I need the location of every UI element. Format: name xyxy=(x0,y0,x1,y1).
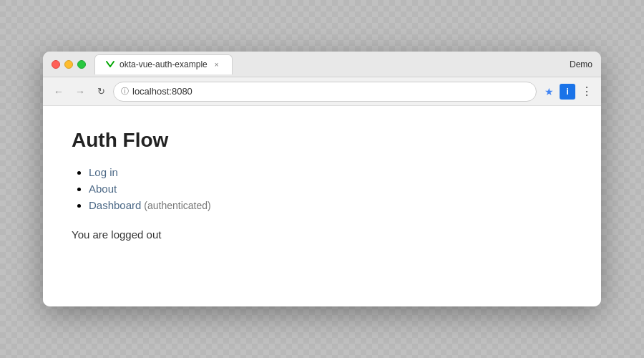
tab-area: okta-vue-auth-example × xyxy=(94,54,592,74)
minimize-button[interactable] xyxy=(64,60,73,69)
about-link[interactable]: About xyxy=(89,183,117,195)
toolbar: ← → ↻ ⓘ localhost:8080 ★ i ⋮ xyxy=(43,77,601,106)
login-link[interactable]: Log in xyxy=(89,166,118,178)
refresh-button[interactable]: ↻ xyxy=(93,84,109,100)
page-title: Auth Flow xyxy=(72,129,572,152)
nav-list: Log in About Dashboard (authenticated) xyxy=(72,166,572,211)
toolbar-actions: ★ i ⋮ xyxy=(541,84,594,100)
page-content: Auth Flow Log in About Dashboard (authen… xyxy=(43,106,601,306)
status-text: You are logged out xyxy=(72,228,572,241)
dashboard-suffix: (authenticated) xyxy=(141,200,210,211)
list-item: Log in xyxy=(89,166,572,178)
close-button[interactable] xyxy=(52,60,60,69)
list-item: Dashboard (authenticated) xyxy=(89,199,572,211)
back-button[interactable]: ← xyxy=(50,83,67,100)
more-options-button[interactable]: ⋮ xyxy=(578,84,594,100)
info-button[interactable]: i xyxy=(560,84,575,100)
list-item: About xyxy=(89,183,572,195)
address-text: localhost:8080 xyxy=(132,86,192,97)
lock-icon: ⓘ xyxy=(121,86,129,97)
maximize-button[interactable] xyxy=(77,60,86,69)
dashboard-link[interactable]: Dashboard xyxy=(89,199,141,211)
traffic-lights xyxy=(52,60,86,69)
active-tab[interactable]: okta-vue-auth-example × xyxy=(94,54,233,74)
forward-button[interactable]: → xyxy=(72,83,89,100)
tab-close-button[interactable]: × xyxy=(212,59,222,69)
browser-window: okta-vue-auth-example × Demo ← → ↻ ⓘ loc… xyxy=(43,52,601,306)
tab-favicon xyxy=(105,59,115,69)
demo-label: Demo xyxy=(570,59,592,69)
bookmark-icon[interactable]: ★ xyxy=(541,84,557,100)
title-bar: okta-vue-auth-example × Demo xyxy=(43,52,601,77)
address-bar[interactable]: ⓘ localhost:8080 xyxy=(113,82,537,102)
tab-title: okta-vue-auth-example xyxy=(119,59,208,69)
